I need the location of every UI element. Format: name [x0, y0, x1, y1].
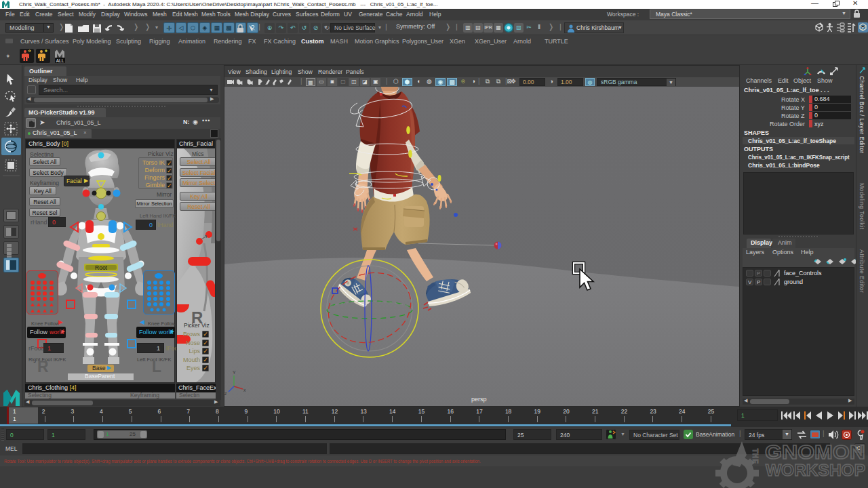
svg-text:Root: Root — [95, 264, 108, 271]
svg-text:z: z — [224, 391, 227, 396]
svg-text:ALL: ALL — [56, 58, 64, 63]
svg-text:Y: Y — [233, 370, 236, 375]
svg-text:x: x — [243, 388, 246, 392]
svg-text:persp: persp — [471, 396, 487, 403]
